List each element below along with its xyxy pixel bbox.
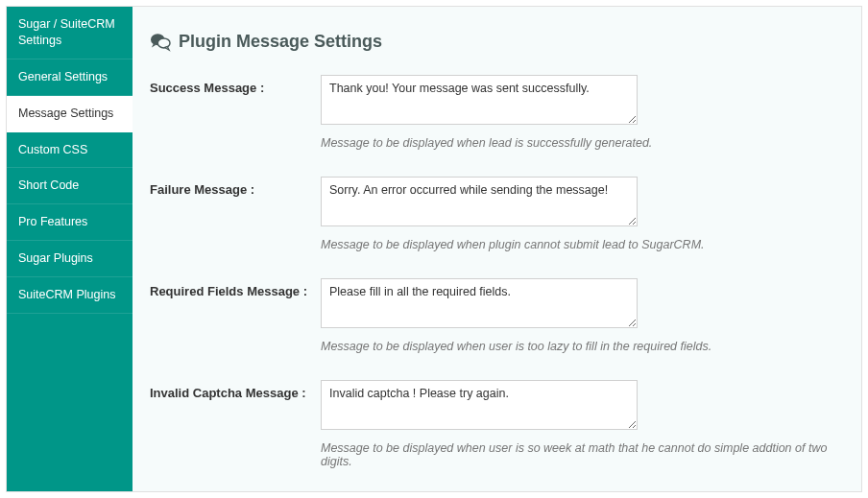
sidebar-item-custom-css[interactable]: Custom CSS [7,132,133,169]
app-container: Sugar / SuiteCRM Settings General Settin… [6,6,862,492]
sidebar-item-message[interactable]: Message Settings [7,96,133,132]
failure-label: Failure Message : [150,177,321,197]
sidebar-item-sugar-suitecrm[interactable]: Sugar / SuiteCRM Settings [7,7,133,59]
captcha-textarea[interactable] [321,380,638,430]
failure-help: Message to be displayed when plugin cann… [321,238,832,251]
sidebar: Sugar / SuiteCRM Settings General Settin… [7,7,133,491]
captcha-help: Message to be displayed when user is so … [321,441,832,468]
failure-textarea[interactable] [321,177,638,226]
success-help: Message to be displayed when lead is suc… [321,136,832,150]
form-row-failure: Failure Message : Message to be displaye… [150,177,832,265]
comments-icon [150,33,171,52]
page-title-text: Plugin Message Settings [179,32,382,52]
sidebar-item-sugar-plugins[interactable]: Sugar Plugins [7,241,133,277]
required-textarea[interactable] [321,278,638,328]
required-help: Message to be displayed when user is too… [321,340,832,353]
sidebar-item-general[interactable]: General Settings [7,59,133,96]
form-row-required: Required Fields Message : Message to be … [150,278,832,367]
sidebar-item-short-code[interactable]: Short Code [7,168,133,204]
main-content: Plugin Message Settings Success Message … [133,7,861,491]
required-label: Required Fields Message : [150,278,321,298]
captcha-field-wrap: Message to be displayed when user is so … [321,380,832,482]
sidebar-item-pro-features[interactable]: Pro Features [7,204,133,241]
success-field-wrap: Message to be displayed when lead is suc… [321,75,832,163]
sidebar-item-suitecrm-plugins[interactable]: SuiteCRM Plugins [7,277,133,314]
success-label: Success Message : [150,75,321,95]
form-row-success: Success Message : Message to be displaye… [150,75,832,163]
form-row-captcha: Invalid Captcha Message : Message to be … [150,380,832,482]
required-field-wrap: Message to be displayed when user is too… [321,278,832,367]
failure-field-wrap: Message to be displayed when plugin cann… [321,177,832,265]
success-textarea[interactable] [321,75,638,125]
captcha-label: Invalid Captcha Message : [150,380,321,400]
page-title: Plugin Message Settings [150,32,832,52]
svg-point-1 [157,37,170,47]
